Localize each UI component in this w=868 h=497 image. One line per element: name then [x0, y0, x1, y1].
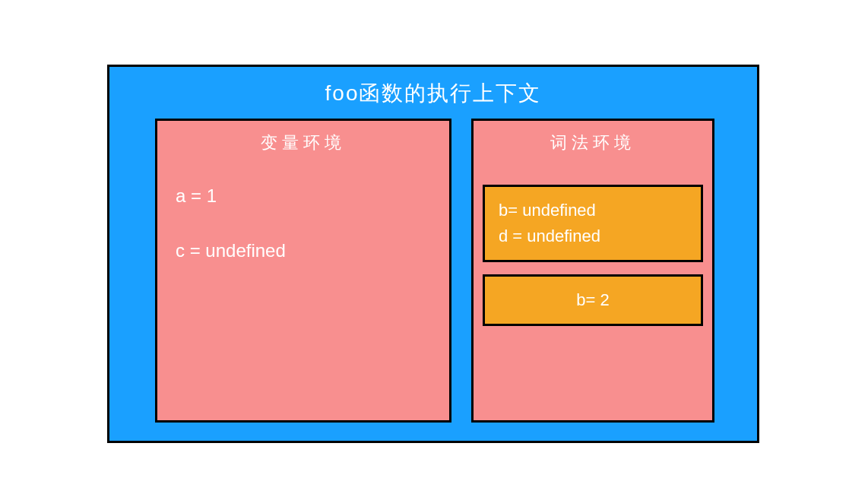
- var-c: c = undefined: [176, 238, 431, 264]
- lexical-env-title: 词法环境: [474, 121, 712, 160]
- var-a: a = 1: [176, 183, 431, 209]
- variable-environment-panel: 变量环境 a = 1 c = undefined: [155, 119, 451, 423]
- lex-inner-d: d = undefined: [499, 223, 687, 249]
- context-title: foo函数的执行上下文: [109, 67, 757, 116]
- lex-outer-b: b= 2: [485, 287, 701, 313]
- variable-env-title: 变量环境: [157, 121, 449, 160]
- spacer: [474, 160, 712, 179]
- lexical-outer-scope: b= 2: [483, 274, 703, 326]
- lexical-inner-scope: b= undefined d = undefined: [483, 185, 703, 262]
- lexical-environment-panel: 词法环境 b= undefined d = undefined b= 2: [471, 119, 714, 423]
- variable-env-list: a = 1 c = undefined: [157, 160, 449, 263]
- execution-context-frame: foo函数的执行上下文 变量环境 a = 1 c = undefined 词法环…: [107, 65, 759, 443]
- environments-row: 变量环境 a = 1 c = undefined 词法环境 b= undefin…: [109, 116, 757, 439]
- lex-inner-b: b= undefined: [499, 198, 687, 223]
